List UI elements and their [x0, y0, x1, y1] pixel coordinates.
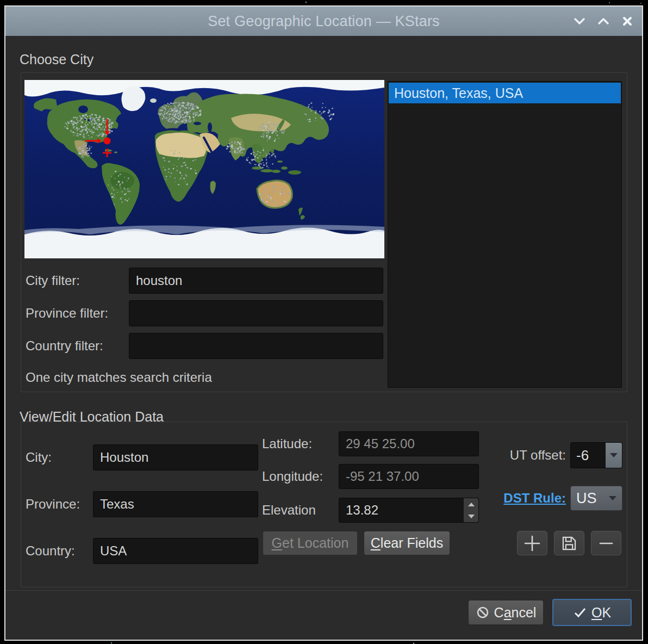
city-filter-label: City filter:	[26, 268, 80, 294]
dst-rule-link[interactable]: DST Rule:	[488, 486, 566, 511]
choose-city-title: Choose City	[20, 52, 94, 67]
latitude-input	[339, 431, 479, 456]
chevron-down-icon	[574, 17, 585, 26]
country-filter-label: Country filter:	[26, 333, 103, 359]
chevron-up-icon	[597, 17, 609, 26]
world-map[interactable]	[24, 80, 384, 258]
country-input[interactable]	[93, 538, 258, 564]
maximize-button[interactable]	[597, 15, 609, 27]
world-map-image	[24, 80, 384, 258]
minus-icon	[597, 534, 615, 553]
elevation-increment-button[interactable]	[464, 498, 478, 510]
elevation-decrement-button[interactable]	[464, 510, 478, 522]
ut-offset-input[interactable]	[571, 443, 606, 468]
dst-rule-combobox[interactable]: US	[570, 486, 622, 511]
minimize-button[interactable]	[574, 15, 585, 27]
city-list[interactable]: Houston, Texas, USA	[388, 81, 622, 388]
elevation-label: Elevation	[262, 498, 316, 523]
get-location-button: Get Location	[263, 531, 358, 555]
cancel-icon	[476, 605, 490, 620]
ut-offset-combobox[interactable]	[570, 442, 622, 468]
choose-city-group: Houston, Texas, USA City filter: Provinc…	[21, 72, 627, 392]
city-list-item-selected[interactable]: Houston, Texas, USA	[389, 83, 621, 103]
close-icon	[622, 16, 633, 27]
dst-rule-value: US	[576, 490, 597, 507]
province-input[interactable]	[93, 491, 258, 517]
triangle-up-icon	[468, 503, 475, 506]
save-icon	[560, 535, 578, 552]
ut-offset-dropdown-button[interactable]	[606, 443, 622, 468]
plus-icon	[523, 534, 541, 553]
add-city-button[interactable]	[517, 531, 547, 555]
set-geographic-location-dialog: Set Geographic Location — KStars Choose …	[4, 5, 643, 641]
match-status: One city matches search criteria	[26, 370, 212, 385]
ut-offset-label: UT offset:	[489, 442, 566, 468]
location-data-group: City: Province: Country: Latitude: Longi…	[21, 422, 627, 587]
latitude-label: Latitude:	[262, 431, 312, 456]
elevation-input[interactable]	[339, 498, 479, 523]
button-box-separator	[5, 590, 642, 591]
close-button[interactable]	[621, 15, 633, 27]
check-icon	[573, 605, 587, 620]
remove-city-button[interactable]	[591, 531, 621, 555]
country-label: Country:	[26, 538, 75, 564]
triangle-down-icon	[468, 515, 475, 518]
triangle-down-icon	[609, 496, 616, 500]
ok-button[interactable]: OK	[552, 599, 632, 626]
elevation-spinbox	[339, 498, 479, 523]
city-input[interactable]	[93, 444, 258, 470]
clear-fields-button[interactable]: Clear Fields	[364, 531, 450, 555]
longitude-input	[339, 464, 479, 489]
province-label: Province:	[26, 491, 80, 517]
longitude-label: Longitude:	[262, 464, 323, 489]
save-city-button[interactable]	[554, 531, 584, 555]
window-titlebar[interactable]: Set Geographic Location — KStars	[5, 7, 642, 36]
province-filter-input[interactable]	[129, 300, 383, 326]
province-filter-label: Province filter:	[26, 300, 108, 326]
triangle-down-icon	[610, 453, 618, 457]
city-label: City:	[26, 444, 52, 470]
cancel-button[interactable]: Cancel	[468, 600, 544, 625]
country-filter-input[interactable]	[129, 333, 383, 359]
window-title: Set Geographic Location — KStars	[5, 13, 642, 30]
city-filter-input[interactable]	[129, 268, 383, 294]
